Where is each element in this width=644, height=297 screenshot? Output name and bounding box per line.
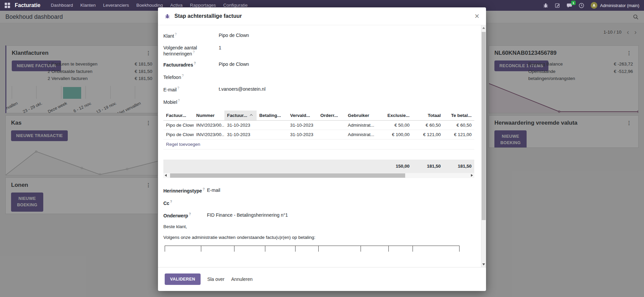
chat-icon[interactable]: 1 bbox=[567, 3, 572, 8]
table-row[interactable]: Pipo de ClownINV/2023/00...31-10-202331-… bbox=[163, 121, 474, 130]
user-name: Administrator (main) bbox=[600, 3, 639, 8]
field-label: Volgende aantal herinneringen? bbox=[163, 44, 219, 56]
modal-footer: VALIDEREN Sla over Annuleren bbox=[158, 267, 486, 291]
scroll-right-icon[interactable] bbox=[470, 173, 474, 178]
close-icon[interactable]: × bbox=[475, 12, 479, 20]
mail-preview-cell bbox=[296, 246, 319, 252]
field-row: Mobiel? bbox=[163, 98, 474, 106]
field-row: E-mail?t.vanoers@onestein.nl bbox=[163, 86, 474, 94]
modal-header: Stap achterstallige factuur × bbox=[158, 7, 486, 25]
column-header[interactable]: Exclusie... bbox=[380, 111, 412, 120]
cell[interactable]: € 60,50 bbox=[443, 121, 474, 130]
bug-icon bbox=[165, 13, 170, 19]
field-label: E-mail? bbox=[163, 86, 219, 94]
scroll-down-icon[interactable] bbox=[481, 262, 486, 267]
cell[interactable]: € 121,00 bbox=[443, 130, 474, 139]
cell[interactable]: € 121,00 bbox=[412, 130, 443, 139]
column-header[interactable]: Orderr... bbox=[318, 111, 345, 120]
overdue-lines-table: Factuur...NummerFactuur...Betaling...Ver… bbox=[163, 111, 474, 173]
navbar-right: 1 A Administrator (main) bbox=[543, 2, 639, 9]
fields-bottom: Herinneringstype?E-mailCc?Onderwerp?FID … bbox=[163, 187, 474, 220]
user-menu[interactable]: A Administrator (main) bbox=[591, 2, 639, 9]
scroll-left-icon[interactable] bbox=[163, 173, 168, 178]
mail-preview-cell bbox=[165, 246, 201, 252]
add-line-link[interactable]: Regel toevoegen bbox=[163, 139, 474, 150]
cell[interactable]: Pipo de Clown bbox=[163, 121, 194, 130]
field-label: Klant? bbox=[163, 32, 219, 40]
field-value[interactable]: E-mail bbox=[207, 187, 220, 195]
mail-body-greeting: Beste klant, bbox=[163, 224, 474, 229]
modal-title: Stap achterstallige factuur bbox=[174, 13, 242, 19]
cell[interactable] bbox=[318, 130, 345, 139]
column-header[interactable]: Vervald... bbox=[287, 111, 318, 120]
cell[interactable]: € 60,50 bbox=[412, 121, 443, 130]
column-header[interactable]: Nummer bbox=[194, 111, 224, 120]
bug-icon[interactable] bbox=[543, 3, 548, 8]
column-header[interactable]: Gebruiker bbox=[345, 111, 380, 120]
clock-icon[interactable] bbox=[579, 3, 584, 8]
mail-preview-cell bbox=[361, 246, 389, 252]
mail-preview-cell bbox=[319, 246, 361, 252]
cell[interactable]: € 50,00 bbox=[380, 121, 412, 130]
field-row: Cc? bbox=[163, 199, 474, 207]
mail-preview-cell bbox=[265, 246, 296, 252]
pencil-square-icon[interactable] bbox=[555, 3, 560, 8]
cell[interactable]: 31-10-2023 bbox=[287, 121, 318, 130]
field-row: Factuuradres?Pipo de Clown bbox=[163, 61, 474, 69]
field-row: Herinneringstype?E-mail bbox=[163, 187, 474, 195]
cell[interactable]: INV/2023/00... bbox=[194, 121, 224, 130]
field-value[interactable]: Pipo de Clown bbox=[219, 61, 249, 69]
apps-grid-icon[interactable] bbox=[5, 3, 10, 8]
field-row: Klant?Pipo de Clown bbox=[163, 32, 474, 40]
field-row: Onderwerp?FID Finance - Betalingsherinne… bbox=[163, 212, 474, 220]
help-marker: ? bbox=[193, 50, 195, 54]
cell[interactable] bbox=[318, 121, 345, 130]
column-header[interactable]: Factuur... bbox=[163, 111, 194, 120]
field-label: Factuuradres? bbox=[163, 61, 219, 69]
cell[interactable]: Administrat... bbox=[345, 130, 380, 139]
horizontal-scroll-track[interactable] bbox=[168, 173, 470, 178]
validate-button[interactable]: VALIDEREN bbox=[165, 273, 201, 285]
field-value[interactable]: FID Finance - Betalingsherinnering n°1 bbox=[207, 212, 288, 220]
field-value[interactable]: 1 bbox=[219, 44, 221, 56]
column-header[interactable]: Betaling... bbox=[257, 111, 287, 120]
nav-item-klanten[interactable]: Klanten bbox=[77, 0, 100, 11]
table-header: Factuur...NummerFactuur...Betaling...Ver… bbox=[163, 111, 474, 121]
cell[interactable]: Administrat... bbox=[345, 121, 380, 130]
cancel-button[interactable]: Annuleren bbox=[231, 277, 253, 282]
field-value[interactable]: Pipo de Clown bbox=[219, 32, 249, 40]
message-count-badge: 1 bbox=[571, 1, 576, 5]
cell[interactable]: € 100,00 bbox=[380, 130, 412, 139]
help-marker: ? bbox=[178, 99, 180, 102]
skip-button[interactable]: Sla over bbox=[207, 277, 224, 282]
horizontal-scroll-thumb[interactable] bbox=[170, 173, 405, 178]
vertical-scroll-thumb[interactable] bbox=[482, 32, 486, 220]
total-exclusief: 150,00 bbox=[380, 164, 412, 169]
nav-item-leveranciers[interactable]: Leveranciers bbox=[99, 0, 132, 11]
scroll-up-icon[interactable] bbox=[481, 25, 486, 31]
cell[interactable]: Pipo de Clown bbox=[163, 130, 194, 139]
sort-ascending-icon bbox=[250, 114, 253, 117]
field-row: Volgende aantal herinneringen?1 bbox=[163, 44, 474, 56]
help-marker: ? bbox=[175, 33, 177, 36]
fields-top: Klant?Pipo de ClownVolgende aantal herin… bbox=[163, 32, 474, 106]
help-marker: ? bbox=[177, 86, 179, 90]
field-label: Herinneringstype? bbox=[163, 187, 207, 195]
table-row[interactable]: Pipo de ClownINV/2023/00...31-10-202331-… bbox=[163, 130, 474, 139]
nav-item-dashboard[interactable]: Dashboard bbox=[47, 0, 76, 11]
mail-preview-table bbox=[165, 246, 460, 252]
table-body: Pipo de ClownINV/2023/00...31-10-202331-… bbox=[163, 121, 474, 139]
horizontal-scrollbar bbox=[163, 173, 474, 178]
cell[interactable] bbox=[257, 130, 287, 139]
column-header[interactable]: Te betal... bbox=[443, 111, 474, 120]
cell[interactable]: 31-10-2023 bbox=[224, 121, 257, 130]
column-header[interactable]: Totaal bbox=[412, 111, 443, 120]
help-marker: ? bbox=[182, 74, 184, 78]
cell[interactable]: 31-10-2023 bbox=[287, 130, 318, 139]
field-value[interactable]: t.vanoers@onestein.nl bbox=[219, 86, 266, 94]
cell[interactable]: INV/2023/00... bbox=[194, 130, 224, 139]
app-name[interactable]: Facturatie bbox=[15, 2, 40, 8]
cell[interactable]: 31-10-2023 bbox=[224, 130, 257, 139]
cell[interactable] bbox=[257, 121, 287, 130]
column-header[interactable]: Factuur... bbox=[224, 111, 257, 120]
